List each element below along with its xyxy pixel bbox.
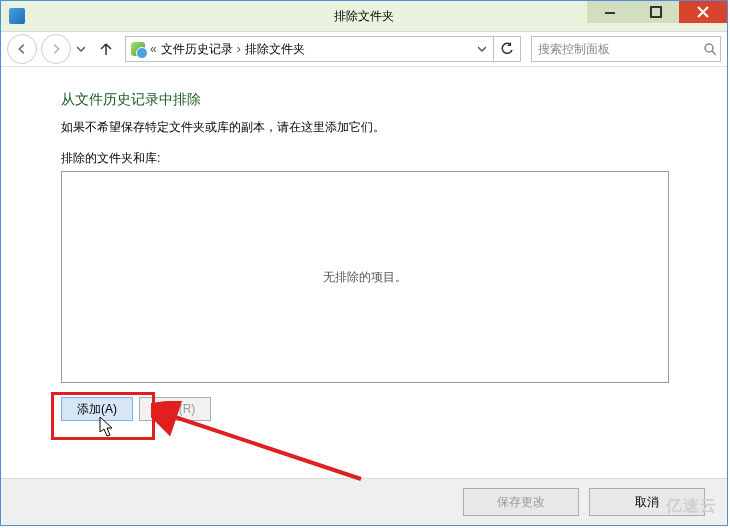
- add-button[interactable]: 添加(A): [61, 397, 133, 421]
- page-heading: 从文件历史记录中排除: [61, 91, 667, 109]
- window-controls: [587, 1, 727, 23]
- arrow-left-icon: [15, 42, 29, 56]
- remove-button[interactable]: 删除(R): [139, 397, 211, 421]
- chevron-down-icon: [77, 45, 85, 53]
- breadcrumb-item[interactable]: 文件历史记录: [161, 41, 233, 58]
- nav-up-button[interactable]: [93, 36, 119, 62]
- save-button[interactable]: 保存更改: [463, 488, 579, 516]
- excluded-items-list[interactable]: 无排除的项目。: [61, 171, 669, 383]
- content-panel: 从文件历史记录中排除 如果不希望保存特定文件夹或库的副本，请在这里添加它们。 排…: [1, 67, 727, 421]
- save-button-label: 保存更改: [497, 494, 545, 511]
- list-button-row: 添加(A) 删除(R): [61, 397, 667, 421]
- add-button-label: 添加(A): [77, 401, 117, 418]
- search-icon: [703, 42, 716, 56]
- location-icon: [130, 41, 146, 57]
- window-minimize-button[interactable]: [587, 1, 633, 23]
- cancel-button-label: 取消: [635, 494, 659, 511]
- breadcrumb: « 文件历史记录 › 排除文件夹: [150, 41, 305, 58]
- empty-list-text: 无排除的项目。: [323, 269, 407, 286]
- breadcrumb-item[interactable]: 排除文件夹: [245, 41, 305, 58]
- address-bar[interactable]: « 文件历史记录 › 排除文件夹: [125, 36, 521, 62]
- page-subtext: 如果不希望保存特定文件夹或库的副本，请在这里添加它们。: [61, 119, 667, 136]
- address-dropdown[interactable]: [473, 38, 491, 60]
- svg-rect-1: [651, 7, 661, 17]
- refresh-icon: [500, 42, 514, 56]
- navbar: « 文件历史记录 › 排除文件夹: [1, 32, 727, 67]
- search-input[interactable]: [536, 41, 703, 57]
- nav-recent-dropdown[interactable]: [75, 35, 87, 63]
- window-maximize-button[interactable]: [633, 1, 679, 23]
- nav-forward-button[interactable]: [41, 34, 71, 64]
- footer-bar: 保存更改 取消: [1, 478, 727, 525]
- svg-line-3: [169, 415, 361, 479]
- search-box[interactable]: [531, 36, 721, 62]
- close-icon: [697, 6, 709, 18]
- maximize-icon: [650, 6, 662, 18]
- list-label: 排除的文件夹和库:: [61, 150, 667, 167]
- remove-button-label: 删除(R): [155, 401, 196, 418]
- refresh-button[interactable]: [493, 37, 520, 61]
- window-close-button[interactable]: [679, 1, 727, 23]
- breadcrumb-prefix: «: [150, 42, 157, 56]
- arrow-up-icon: [98, 41, 114, 57]
- app-icon: [9, 8, 25, 24]
- window-root: 排除文件夹 «: [0, 0, 728, 526]
- arrow-right-icon: [49, 42, 63, 56]
- svg-point-2: [705, 44, 713, 52]
- breadcrumb-sep: ›: [237, 42, 241, 56]
- nav-back-button[interactable]: [7, 34, 37, 64]
- cancel-button[interactable]: 取消: [589, 488, 705, 516]
- svg-rect-0: [605, 12, 615, 14]
- titlebar: 排除文件夹: [1, 1, 727, 32]
- chevron-down-icon: [478, 45, 486, 53]
- minimize-icon: [604, 6, 616, 18]
